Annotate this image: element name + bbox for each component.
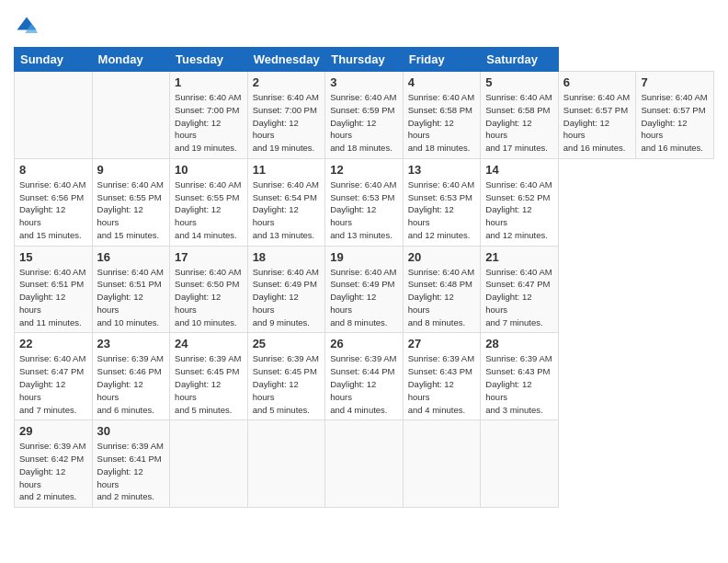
day-cell-30: 30Sunrise: 6:39 AM Sunset: 6:41 PM Dayli… [92, 420, 170, 508]
empty-cell [403, 420, 481, 508]
logo-icon [14, 14, 40, 40]
day-number: 22 [19, 337, 87, 350]
day-cell-9: 9Sunrise: 6:40 AM Sunset: 6:55 PM Daylig… [92, 158, 170, 246]
weekday-header-row: SundayMondayTuesdayWednesdayThursdayFrid… [15, 48, 714, 72]
day-cell-5: 5Sunrise: 6:40 AM Sunset: 6:58 PM Daylig… [481, 72, 559, 159]
weekday-header-saturday: Saturday [481, 48, 559, 72]
day-number: 11 [253, 163, 321, 177]
day-info: Sunrise: 6:40 AM Sunset: 6:47 PM Dayligh… [485, 266, 553, 329]
day-number: 30 [97, 424, 165, 438]
day-info: Sunrise: 6:40 AM Sunset: 6:48 PM Dayligh… [408, 266, 476, 329]
day-info: Sunrise: 6:40 AM Sunset: 6:47 PM Dayligh… [19, 352, 87, 416]
day-info: Sunrise: 6:40 AM Sunset: 6:53 PM Dayligh… [330, 178, 398, 242]
empty-cell [247, 420, 325, 508]
day-number: 7 [641, 75, 709, 89]
weekday-header-monday: Monday [92, 48, 170, 72]
day-number: 17 [175, 250, 243, 264]
day-cell-17: 17Sunrise: 6:40 AM Sunset: 6:50 PM Dayli… [170, 246, 248, 333]
day-cell-23: 23Sunrise: 6:39 AM Sunset: 6:46 PM Dayli… [92, 333, 170, 420]
day-info: Sunrise: 6:39 AM Sunset: 6:41 PM Dayligh… [97, 440, 165, 503]
day-cell-19: 19Sunrise: 6:40 AM Sunset: 6:49 PM Dayli… [325, 246, 404, 333]
day-number: 2 [253, 75, 321, 89]
day-number: 21 [485, 250, 553, 264]
day-info: Sunrise: 6:40 AM Sunset: 6:59 PM Dayligh… [330, 91, 398, 155]
day-info: Sunrise: 6:40 AM Sunset: 6:55 PM Dayligh… [175, 178, 243, 242]
day-number: 6 [563, 75, 631, 89]
empty-cell [325, 420, 404, 508]
day-number: 13 [408, 163, 476, 177]
empty-cell [170, 420, 248, 508]
day-cell-3: 3Sunrise: 6:40 AM Sunset: 6:59 PM Daylig… [325, 72, 404, 159]
day-number: 3 [330, 75, 398, 89]
day-cell-24: 24Sunrise: 6:39 AM Sunset: 6:45 PM Dayli… [170, 333, 248, 420]
day-number: 5 [485, 75, 553, 89]
day-info: Sunrise: 6:40 AM Sunset: 6:52 PM Dayligh… [485, 178, 553, 242]
day-info: Sunrise: 6:39 AM Sunset: 6:43 PM Dayligh… [485, 352, 553, 416]
day-cell-15: 15Sunrise: 6:40 AM Sunset: 6:51 PM Dayli… [15, 246, 93, 333]
calendar-table: SundayMondayTuesdayWednesdayThursdayFrid… [14, 47, 714, 508]
day-info: Sunrise: 6:40 AM Sunset: 6:55 PM Dayligh… [97, 178, 165, 242]
day-cell-14: 14Sunrise: 6:40 AM Sunset: 6:52 PM Dayli… [481, 158, 559, 246]
day-info: Sunrise: 6:39 AM Sunset: 6:42 PM Dayligh… [19, 440, 87, 503]
day-cell-27: 27Sunrise: 6:39 AM Sunset: 6:43 PM Dayli… [403, 333, 481, 420]
day-info: Sunrise: 6:40 AM Sunset: 7:00 PM Dayligh… [175, 91, 243, 155]
day-info: Sunrise: 6:40 AM Sunset: 6:57 PM Dayligh… [563, 91, 631, 155]
week-row-4: 22Sunrise: 6:40 AM Sunset: 6:47 PM Dayli… [15, 333, 714, 420]
day-info: Sunrise: 6:39 AM Sunset: 6:46 PM Dayligh… [97, 352, 165, 416]
day-cell-25: 25Sunrise: 6:39 AM Sunset: 6:45 PM Dayli… [247, 333, 325, 420]
weekday-header-friday: Friday [403, 48, 481, 72]
day-cell-12: 12Sunrise: 6:40 AM Sunset: 6:53 PM Dayli… [325, 158, 404, 246]
day-info: Sunrise: 6:40 AM Sunset: 6:51 PM Dayligh… [19, 266, 87, 329]
day-info: Sunrise: 6:39 AM Sunset: 6:43 PM Dayligh… [408, 352, 476, 416]
header-row [14, 14, 714, 40]
day-cell-29: 29Sunrise: 6:39 AM Sunset: 6:42 PM Dayli… [15, 420, 93, 508]
weekday-header-sunday: Sunday [15, 48, 93, 72]
week-row-2: 8Sunrise: 6:40 AM Sunset: 6:56 PM Daylig… [15, 158, 714, 246]
day-number: 4 [408, 75, 476, 89]
day-info: Sunrise: 6:40 AM Sunset: 6:56 PM Dayligh… [19, 178, 87, 242]
day-cell-13: 13Sunrise: 6:40 AM Sunset: 6:53 PM Dayli… [403, 158, 481, 246]
day-cell-6: 6Sunrise: 6:40 AM Sunset: 6:57 PM Daylig… [558, 72, 636, 159]
day-number: 19 [330, 250, 398, 264]
day-number: 27 [408, 337, 476, 350]
day-cell-20: 20Sunrise: 6:40 AM Sunset: 6:48 PM Dayli… [403, 246, 481, 333]
day-number: 18 [253, 250, 321, 264]
day-info: Sunrise: 6:40 AM Sunset: 7:00 PM Dayligh… [253, 91, 321, 155]
day-number: 29 [19, 424, 87, 438]
day-info: Sunrise: 6:39 AM Sunset: 6:44 PM Dayligh… [330, 352, 398, 416]
weekday-header-thursday: Thursday [325, 48, 404, 72]
day-cell-4: 4Sunrise: 6:40 AM Sunset: 6:58 PM Daylig… [403, 72, 481, 159]
day-cell-28: 28Sunrise: 6:39 AM Sunset: 6:43 PM Dayli… [481, 333, 559, 420]
weekday-header-tuesday: Tuesday [170, 48, 248, 72]
day-cell-16: 16Sunrise: 6:40 AM Sunset: 6:51 PM Dayli… [92, 246, 170, 333]
day-cell-11: 11Sunrise: 6:40 AM Sunset: 6:54 PM Dayli… [247, 158, 325, 246]
day-number: 26 [330, 337, 398, 350]
day-number: 25 [253, 337, 321, 350]
day-number: 12 [330, 163, 398, 177]
day-cell-8: 8Sunrise: 6:40 AM Sunset: 6:56 PM Daylig… [15, 158, 93, 246]
day-number: 20 [408, 250, 476, 264]
empty-cell [92, 72, 170, 159]
day-number: 23 [97, 337, 165, 350]
day-number: 10 [175, 163, 243, 177]
empty-cell [481, 420, 559, 508]
day-info: Sunrise: 6:39 AM Sunset: 6:45 PM Dayligh… [253, 352, 321, 416]
day-cell-26: 26Sunrise: 6:39 AM Sunset: 6:44 PM Dayli… [325, 333, 404, 420]
day-number: 24 [175, 337, 243, 350]
weekday-header-wednesday: Wednesday [247, 48, 325, 72]
day-cell-7: 7Sunrise: 6:40 AM Sunset: 6:57 PM Daylig… [636, 72, 714, 159]
day-number: 15 [19, 250, 87, 264]
day-number: 28 [485, 337, 553, 350]
day-info: Sunrise: 6:39 AM Sunset: 6:45 PM Dayligh… [175, 352, 243, 416]
day-cell-1: 1Sunrise: 6:40 AM Sunset: 7:00 PM Daylig… [170, 72, 248, 159]
day-info: Sunrise: 6:40 AM Sunset: 6:50 PM Dayligh… [175, 266, 243, 329]
week-row-5: 29Sunrise: 6:39 AM Sunset: 6:42 PM Dayli… [15, 420, 714, 508]
day-number: 8 [19, 163, 87, 177]
day-cell-21: 21Sunrise: 6:40 AM Sunset: 6:47 PM Dayli… [481, 246, 559, 333]
day-cell-10: 10Sunrise: 6:40 AM Sunset: 6:55 PM Dayli… [170, 158, 248, 246]
day-number: 1 [175, 75, 243, 89]
empty-cell [15, 72, 93, 159]
day-info: Sunrise: 6:40 AM Sunset: 6:58 PM Dayligh… [408, 91, 476, 155]
day-cell-22: 22Sunrise: 6:40 AM Sunset: 6:47 PM Dayli… [15, 333, 93, 420]
day-number: 14 [485, 163, 553, 177]
